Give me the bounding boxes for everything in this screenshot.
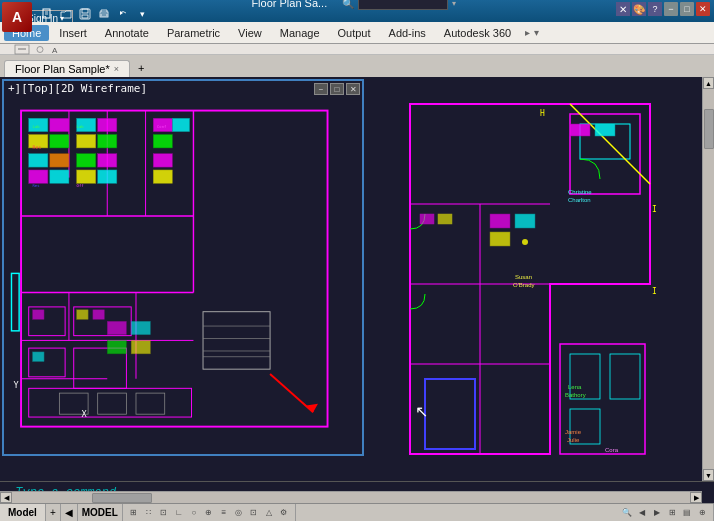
svg-rect-37 [172,118,189,131]
qa-save-btn[interactable] [76,5,94,23]
svg-rect-26 [77,135,96,148]
menu-manage[interactable]: Manage [272,25,328,41]
ortho-icon[interactable]: ⊡ [157,506,171,520]
zoom-icon[interactable]: 🔍 [620,506,634,520]
menu-view[interactable]: View [230,25,270,41]
scroll-right-btn[interactable]: ▶ [690,492,702,503]
svg-text:Jamie: Jamie [565,429,582,435]
scroll-down-btn[interactable]: ▼ [703,469,714,481]
snap-icon[interactable]: ∷ [142,506,156,520]
qa-undo-btn[interactable] [114,5,132,23]
svg-rect-57 [93,310,104,320]
svg-text:Charlton: Charlton [568,197,591,203]
right-scrollbar[interactable]: ▲ ▼ [702,77,714,481]
canvas-area[interactable]: +][Top][2D Wireframe] − □ ✕ [0,77,714,481]
scroll-thumb[interactable] [704,109,714,149]
qa-dropdown-btn[interactable]: ▾ [133,5,151,23]
vp-max-btn[interactable]: □ [330,83,344,95]
svg-rect-59 [131,321,150,334]
svg-rect-9 [15,45,29,54]
layout-model-item[interactable]: MODEL [78,504,123,521]
lineweight-icon[interactable]: ≡ [217,506,231,520]
svg-rect-68 [11,273,19,330]
bottom-scrollbar[interactable]: ◀ ▶ [0,491,702,503]
qa-open-btn[interactable] [57,5,75,23]
menu-insert[interactable]: Insert [51,25,95,41]
workspace-icon[interactable]: ⚙ [277,506,291,520]
layout-tab-plus-btn[interactable]: + [46,504,61,521]
svg-rect-62 [29,388,192,417]
menu-autodesk360[interactable]: Autodesk 360 [436,25,519,41]
palette-button[interactable]: 🎨 [632,2,646,16]
close-button[interactable]: ✕ [696,2,710,16]
menu-annotate[interactable]: Annotate [97,25,157,41]
search-box[interactable] [358,0,448,10]
qa-print-btn[interactable] [95,5,113,23]
hscroll-track[interactable] [12,492,690,503]
viewport-label: +][Top][2D Wireframe] [8,82,147,95]
right-viewport[interactable]: Christine Charlton Susan O'Brady Lena Ba… [370,79,700,479]
svg-rect-45 [203,312,270,369]
layout-tab-minus-btn[interactable]: ◀ [61,504,78,521]
annotate-scale-icon[interactable]: △ [262,506,276,520]
ribbon-expand-btn[interactable]: ▸ [525,27,530,38]
svg-text:Off: Off [77,183,84,188]
prev-icon[interactable]: ◀ [635,506,649,520]
info-button[interactable]: ✕ [616,2,630,16]
model-tab[interactable]: Model [0,504,46,521]
selection-icon[interactable]: ⊡ [247,506,261,520]
svg-rect-88 [595,124,615,136]
qa-new-btn[interactable] [38,5,56,23]
maximize-button[interactable]: □ [680,2,694,16]
quick-access-toolbar: ▾ [38,4,151,24]
svg-rect-33 [98,154,117,167]
svg-rect-105 [420,214,434,224]
autocad-logo[interactable]: A [2,2,32,32]
svg-rect-106 [438,214,452,224]
svg-rect-39 [153,154,172,167]
tab-floor-plan[interactable]: Floor Plan Sample* × [4,60,130,77]
svg-text:Conf: Conf [157,124,166,129]
hscroll-thumb[interactable] [92,493,152,503]
svg-rect-29 [50,154,69,167]
panel-icon[interactable]: ▤ [680,506,694,520]
svg-rect-31 [50,170,69,183]
menu-parametric[interactable]: Parametric [159,25,228,41]
fullscreen-icon[interactable]: ⊞ [665,506,679,520]
polar-icon[interactable]: ∟ [172,506,186,520]
vp-min-btn[interactable]: − [314,83,328,95]
menu-addins[interactable]: Add-ins [381,25,434,41]
title-bar: A ▾ Floor Plan Sa... 🔍 [0,0,714,22]
svg-text:Cora: Cora [605,447,619,453]
svg-text:Bathory: Bathory [565,392,586,398]
svg-text:Res: Res [33,183,40,188]
annotation-icon: A [50,44,66,55]
vp-close-btn[interactable]: ✕ [346,83,360,95]
menu-output[interactable]: Output [330,25,379,41]
svg-rect-23 [50,135,69,148]
svg-rect-61 [131,340,150,353]
svg-text:H: H [540,109,545,118]
minimize-button[interactable]: − [664,2,678,16]
help-button[interactable]: ? [648,2,662,16]
tab-new-btn[interactable]: + [131,59,151,77]
floor-plan-drawing: Res Lab Lab Conf Res Off Y X [4,101,358,441]
search-icon: 🔍 [342,0,354,9]
transparency-icon[interactable]: ◎ [232,506,246,520]
modify-icon [32,44,48,55]
tab-close-btn[interactable]: × [114,64,119,74]
scroll-track[interactable] [703,89,714,469]
next-icon[interactable]: ▶ [650,506,664,520]
search-area: 🔍 ▾ [342,0,456,10]
osnap-icon[interactable]: ○ [187,506,201,520]
tracking-icon[interactable]: ⊕ [202,506,216,520]
main-viewport[interactable]: − □ ✕ [2,79,364,456]
view-icon[interactable]: ⊕ [695,506,709,520]
grid-icon[interactable]: ⊞ [127,506,141,520]
scroll-up-btn[interactable]: ▲ [703,77,714,89]
search-dropdown-icon[interactable]: ▾ [452,0,456,8]
svg-rect-85 [610,354,640,399]
scroll-left-btn[interactable]: ◀ [0,492,12,503]
svg-rect-25 [98,118,117,131]
ribbon-arrow-btn[interactable]: ▾ [534,27,539,38]
